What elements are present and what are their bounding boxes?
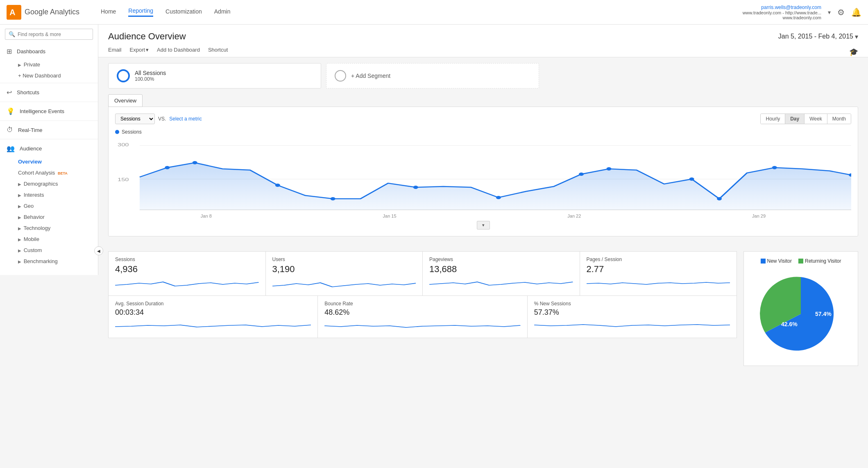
time-btn-week[interactable]: Week (805, 114, 827, 124)
metric-select-dropdown[interactable]: Sessions Users Pageviews (115, 114, 155, 124)
add-dashboard-button[interactable]: Add to Dashboard (157, 47, 200, 57)
sidebar-label-overview: Overview (18, 159, 42, 165)
sidebar-item-intelligence[interactable]: 💡 Intelligence Events (0, 104, 98, 119)
select-metric-link[interactable]: Select a metric (169, 116, 202, 122)
bounce-sparkline (324, 319, 520, 332)
settings-icon[interactable]: ⚙ (837, 7, 845, 17)
audience-icon: 👥 (7, 145, 15, 152)
time-btn-month[interactable]: Month (827, 114, 851, 124)
new-visitor-dot (761, 259, 766, 264)
expand-chart-button[interactable]: ▾ (477, 221, 490, 229)
sidebar-sub-demographics[interactable]: ▶ Demographics (0, 178, 98, 189)
export-dropdown-icon: ▾ (146, 47, 149, 53)
sidebar-item-dashboards[interactable]: ⊞ Dashboards (0, 44, 98, 59)
help-icon[interactable]: 🎓 (849, 48, 858, 57)
metric-sessions-value: 4,936 (115, 264, 259, 275)
sidebar-sub-technology[interactable]: ▶ Technology (0, 223, 98, 234)
triangle-icon: ▶ (18, 248, 21, 253)
sidebar-label-intelligence: Intelligence Events (20, 108, 64, 114)
main-layout: 🔍 ⊞ Dashboards ▶ Private + New Dashboard… (0, 25, 868, 468)
sidebar-item-shortcuts[interactable]: ↩ Shortcuts (0, 85, 98, 100)
metrics-grid-row1: Sessions 4,936 Users 3,190 (108, 251, 737, 296)
data-point (579, 173, 584, 176)
metric-sessions[interactable]: Sessions 4,936 (109, 252, 265, 295)
search-input[interactable] (18, 32, 89, 37)
export-button[interactable]: Export ▾ (130, 47, 149, 57)
content-inner: Audience Overview Jan 5, 2015 - Feb 4, 2… (98, 25, 868, 389)
sidebar-sub-mobile[interactable]: ▶ Mobile (0, 234, 98, 245)
overview-tab[interactable]: Overview (108, 94, 143, 107)
nav-reporting[interactable]: Reporting (128, 7, 153, 17)
overview-section: Overview Sessions Users Pageviews VS. Se… (98, 94, 868, 245)
top-right-area: parris.wells@tradeonly.com www.tradeonly… (743, 5, 861, 20)
sessions-legend-label: Sessions (122, 129, 142, 135)
metric-pageviews[interactable]: Pageviews 13,688 (423, 252, 580, 295)
search-box[interactable]: 🔍 (5, 29, 93, 40)
date-picker-icon[interactable]: ▾ (855, 33, 858, 41)
data-point (165, 166, 170, 169)
sidebar-label-audience: Audience (20, 145, 42, 152)
chart-left-controls: Sessions Users Pageviews VS. Select a me… (115, 114, 202, 124)
top-navigation: A Google Analytics Home Reporting Custom… (0, 0, 868, 25)
triangle-icon: ▶ (18, 226, 21, 231)
pie-legend: New Visitor Returning Visitor (761, 258, 841, 264)
notifications-icon[interactable]: 🔔 (851, 7, 861, 17)
sessions-sparkline (115, 277, 259, 289)
chart-legend: Sessions (115, 129, 851, 135)
metric-users-value: 3,190 (272, 264, 416, 275)
metrics-grid-row2: Avg. Session Duration 00:03:34 Bounce Ra… (108, 296, 737, 338)
returning-visitor-label: Returning Visitor (805, 258, 841, 264)
sidebar-sub-benchmarking[interactable]: ▶ Benchmarking (0, 256, 98, 267)
date-range[interactable]: Jan 5, 2015 - Feb 4, 2015 ▾ (778, 33, 858, 41)
account-url2: www.tradeonly.com (743, 15, 821, 20)
metric-pageviews-value: 13,688 (429, 264, 573, 275)
sidebar-sub-geo[interactable]: ▶ Geo (0, 200, 98, 211)
metric-pageviews-label: Pageviews (429, 257, 573, 262)
sidebar-item-audience[interactable]: 👥 Audience (0, 141, 98, 156)
main-content: Audience Overview Jan 5, 2015 - Feb 4, 2… (98, 25, 868, 468)
page-title-row: Audience Overview Jan 5, 2015 - Feb 4, 2… (108, 31, 858, 42)
time-btn-day[interactable]: Day (785, 114, 805, 124)
data-point (275, 184, 280, 187)
data-point (689, 177, 694, 181)
email-button[interactable]: Email (108, 47, 122, 57)
nav-home[interactable]: Home (101, 8, 116, 16)
sidebar-sub-behavior[interactable]: ▶ Behavior (0, 211, 98, 223)
sidebar-sub-cohort[interactable]: Cohort Analysis BETA (0, 167, 98, 178)
app-name: Google Analytics (25, 8, 79, 16)
shortcut-button[interactable]: Shortcut (208, 47, 228, 57)
triangle-icon: ▶ (18, 215, 21, 220)
returning-visitor-legend: Returning Visitor (798, 258, 841, 264)
metric-avg-session[interactable]: Avg. Session Duration 00:03:34 (109, 296, 317, 338)
metric-new-sessions[interactable]: % New Sessions 57.37% (528, 296, 737, 338)
account-email[interactable]: parris.wells@tradeonly.com (743, 5, 821, 10)
y-label-max: 300 (118, 142, 129, 148)
sidebar-sub-custom[interactable]: ▶ Custom (0, 245, 98, 256)
sidebar-sub-overview[interactable]: Overview (0, 156, 98, 167)
chart-expand-area: ▾ (115, 221, 851, 229)
all-sessions-segment: All Sessions 100.00% (108, 63, 321, 89)
segment-circle-icon (117, 69, 130, 82)
metric-pages-per-session[interactable]: Pages / Session 2.77 (580, 252, 737, 295)
sidebar-sub-private[interactable]: ▶ Private (0, 59, 98, 70)
sidebar: 🔍 ⊞ Dashboards ▶ Private + New Dashboard… (0, 25, 98, 275)
pageviews-sparkline (429, 277, 573, 289)
sidebar-item-realtime[interactable]: ⏱ Real-Time (0, 123, 98, 137)
time-btn-hourly[interactable]: Hourly (761, 114, 785, 124)
x-label-jan15: Jan 15 (383, 214, 397, 218)
nav-customization[interactable]: Customization (165, 8, 202, 16)
new-visitor-legend: New Visitor (761, 258, 792, 264)
nav-admin[interactable]: Admin (214, 8, 231, 16)
sidebar-sub-interests[interactable]: ▶ Interests (0, 189, 98, 200)
add-segment-box[interactable]: + Add Segment (326, 63, 539, 89)
metric-users-label: Users (272, 257, 416, 262)
sidebar-toggle-button[interactable]: ◀ (94, 246, 103, 255)
metric-users[interactable]: Users 3,190 (266, 252, 423, 295)
sidebar-sub-new-dashboard[interactable]: + New Dashboard (0, 70, 98, 81)
metric-avg-value: 00:03:34 (115, 308, 311, 317)
metrics-grid-area: Sessions 4,936 Users 3,190 (108, 251, 737, 366)
metric-bounce-rate[interactable]: Bounce Rate 48.62% (318, 296, 527, 338)
data-point (606, 167, 611, 170)
metrics-bottom-section: Sessions 4,936 Users 3,190 (98, 245, 868, 373)
dropdown-arrow-icon[interactable]: ▾ (828, 9, 831, 16)
